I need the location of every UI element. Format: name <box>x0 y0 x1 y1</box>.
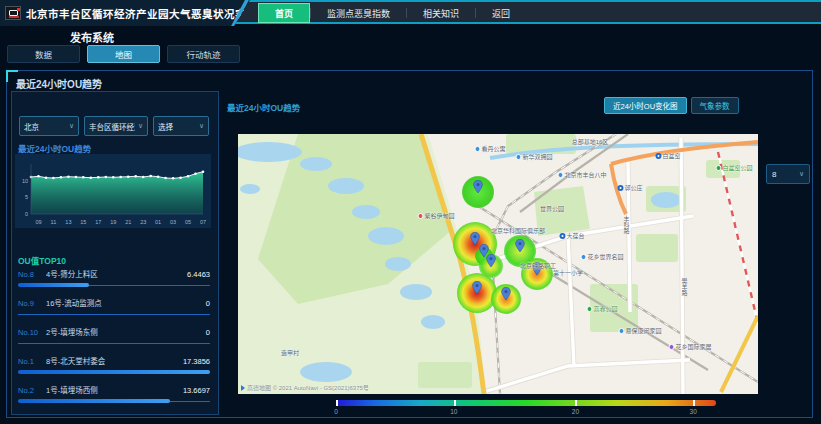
rank-label: No.1 <box>18 357 42 366</box>
park-select[interactable]: 丰台区循环经济产业园∨ <box>84 116 148 136</box>
nav-odor-index[interactable]: 监测点恶臭指数 <box>311 3 406 23</box>
filter-selects: 北京∨ 丰台区循环经济产业园∨ 选择∨ <box>19 116 209 136</box>
chevron-down-icon: ∨ <box>199 122 204 130</box>
rank-label: No.2 <box>18 386 42 395</box>
map-label: 世界公园 <box>540 204 564 213</box>
map-pin-icon[interactable] <box>473 179 483 192</box>
map-label: 樊羊路 <box>680 278 689 296</box>
ou-legend: 0102030 <box>336 400 716 417</box>
point-select[interactable]: 8∨ <box>766 164 810 184</box>
map-buttons: 近24小时OU变化图 气象参数 <box>604 97 739 114</box>
nav-back[interactable]: 返回 <box>476 3 526 23</box>
ou-value: 0 <box>206 299 210 308</box>
point-name: 16号-流动监测点 <box>46 297 202 308</box>
map-label: 北京市丰台八中 <box>557 170 606 179</box>
trend-chart-svg: 0510091113151719212301030507 <box>15 154 211 228</box>
mall-icon <box>668 344 674 350</box>
legend-tick <box>693 400 695 406</box>
nav-knowledge[interactable]: 相关知识 <box>407 3 475 23</box>
app-title: 北京市丰台区循环经济产业园大气恶臭状况实时 <box>26 6 257 21</box>
chevron-down-icon: ∨ <box>799 170 804 178</box>
point-name: 4号-筛分上料区 <box>46 268 183 279</box>
ou-value: 17.3856 <box>183 357 210 366</box>
map-label: 高春公园 <box>586 304 617 313</box>
map-label: 新华双拥园 <box>515 152 552 161</box>
toplist-row[interactable]: No.102号-填埋场东侧0 <box>18 324 210 353</box>
svg-text:5: 5 <box>25 194 28 200</box>
chevron-down-icon: ∨ <box>69 122 74 130</box>
chevron-down-icon: ∨ <box>138 122 143 130</box>
ou-value: 6.4463 <box>187 270 210 279</box>
map-pin-icon[interactable] <box>501 286 511 299</box>
main-panel: 最近24小时OU趋势 北京∨ 丰台区循环经济产业园∨ 选择∨ 最近24小时OU趋… <box>6 70 813 418</box>
svg-text:17: 17 <box>95 219 101 225</box>
map-pin-icon[interactable] <box>486 253 496 266</box>
legend-tick-label: 10 <box>450 408 457 415</box>
point-name: 8号-北天堂村委会 <box>46 355 179 366</box>
legend-gradient-bar <box>336 400 716 406</box>
poi-icon <box>515 154 521 160</box>
map-label: 总部基地16区 <box>572 137 609 146</box>
brand-banner: 北京市丰台区循环经济产业园大气恶臭状况实时 <box>0 0 250 26</box>
park-icon <box>715 165 721 171</box>
park-icon <box>586 306 592 312</box>
map-label: 白盆窑 <box>655 151 680 160</box>
svg-text:11: 11 <box>51 219 57 225</box>
trend-chart-title: 最近24小时OU趋势 <box>18 142 91 154</box>
map-pin-icon[interactable] <box>515 238 525 251</box>
map-pin-icon[interactable] <box>472 280 482 293</box>
point-filter-select[interactable]: 选择∨ <box>153 116 209 136</box>
point-name: 1号-填埋场西侧 <box>46 384 179 395</box>
toplist-title: OU值TOP10 <box>18 254 66 266</box>
legend-tick-label: 20 <box>572 408 579 415</box>
poi-icon <box>557 172 563 178</box>
svg-text:10: 10 <box>22 178 28 184</box>
ou-value: 0 <box>206 328 210 337</box>
svg-text:07: 07 <box>200 219 206 225</box>
nav-home[interactable]: 首页 <box>258 3 310 23</box>
weather-params-button[interactable]: 气象参数 <box>691 97 739 114</box>
svg-text:03: 03 <box>170 219 176 225</box>
value-bar-fill <box>18 283 89 287</box>
sidebar: 北京∨ 丰台区循环经济产业园∨ 选择∨ 最近24小时OU趋势 051009111… <box>11 91 219 415</box>
value-bar-track <box>18 399 210 403</box>
map-label: 北京华科国际俱乐部 <box>491 226 545 235</box>
legend-labels: 0102030 <box>336 408 716 417</box>
map-label: 白盆窑公园 <box>715 163 752 172</box>
tab-track[interactable]: 行动轨迹 <box>167 45 240 63</box>
metro-icon <box>655 153 661 159</box>
city-select[interactable]: 北京∨ <box>19 116 79 136</box>
svg-text:05: 05 <box>185 219 191 225</box>
toplist-row[interactable]: No.84号-筛分上料区6.4463 <box>18 266 210 295</box>
app-window: 北京市丰台区循环经济产业园大气恶臭状况实时 首页 监测点恶臭指数 相关知识 返回… <box>0 0 821 424</box>
tab-map[interactable]: 地图 <box>87 45 160 63</box>
legend-tick-label: 30 <box>690 408 697 415</box>
rank-label: No.9 <box>18 299 42 308</box>
map-label: 丰科路 <box>622 216 631 234</box>
svg-text:23: 23 <box>140 219 146 225</box>
value-bar-track <box>18 341 210 345</box>
map-label: 第十一小学 <box>553 268 583 277</box>
map-canvas[interactable]: 看丹公寓新华双拥园总部基地16区白盆窑白盆窑公园北京市丰台八中郭公庄世界公园北京… <box>238 134 758 394</box>
toplist-row[interactable]: No.21号-填埋场西侧13.6697 <box>18 382 210 411</box>
legend-tick <box>575 400 577 406</box>
value-bar-track <box>18 283 210 287</box>
ou-change-map-button[interactable]: 近24小时OU变化图 <box>604 97 687 114</box>
scenic-icon <box>417 213 423 219</box>
rank-label: No.10 <box>18 328 42 337</box>
toplist-row[interactable]: No.18号-北天堂村委会17.3856 <box>18 353 210 382</box>
map-label: 造甲村 <box>281 348 299 357</box>
tab-data[interactable]: 数据 <box>7 45 80 63</box>
map-attribution: 高德地图 © 2021 AutoNavi - GS(2021)6375号 <box>241 383 369 392</box>
toplist-row[interactable]: No.916号-流动监测点0 <box>18 295 210 324</box>
top-bar: 北京市丰台区循环经济产业园大气恶臭状况实时 首页 监测点恶臭指数 相关知识 返回 <box>0 0 821 24</box>
poi-icon <box>618 328 624 334</box>
map-title: 最近24小时OU趋势 <box>227 101 300 113</box>
trend-chart: 0510091113151719212301030507 <box>15 154 211 228</box>
point-name: 2号-填埋场东侧 <box>46 326 202 337</box>
ou-value: 13.6697 <box>183 386 210 395</box>
metro-icon <box>617 185 623 191</box>
map-label: 郭公庄 <box>617 183 642 192</box>
map-label: 大葆台 <box>559 231 584 240</box>
legend-tick <box>454 400 456 406</box>
